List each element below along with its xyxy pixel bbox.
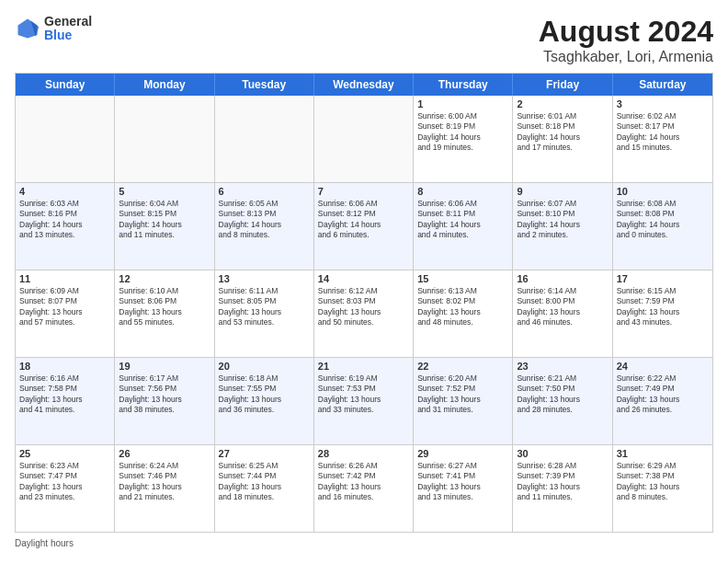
day-info: Sunrise: 6:06 AM Sunset: 8:12 PM Dayligh… — [318, 199, 409, 241]
day-number: 29 — [417, 448, 508, 459]
day-info: Sunrise: 6:07 AM Sunset: 8:10 PM Dayligh… — [517, 199, 608, 241]
day-info: Sunrise: 6:13 AM Sunset: 8:02 PM Dayligh… — [417, 286, 508, 328]
day-info: Sunrise: 6:22 AM Sunset: 7:49 PM Dayligh… — [617, 373, 709, 416]
day-info: Sunrise: 6:10 AM Sunset: 8:06 PM Dayligh… — [119, 286, 210, 328]
day-header-wednesday: Wednesday — [314, 74, 414, 96]
footer-note: Daylight hours — [15, 538, 713, 548]
logo-text: General Blue — [44, 15, 92, 43]
logo: General Blue — [15, 15, 92, 43]
day-number: 10 — [617, 186, 709, 197]
subtitle: Tsaghkaber, Lori, Armenia — [539, 49, 713, 65]
day-number: 30 — [517, 448, 608, 459]
day-cell: 28Sunrise: 6:26 AM Sunset: 7:42 PM Dayli… — [314, 445, 414, 532]
day-cell — [314, 96, 414, 182]
day-info: Sunrise: 6:28 AM Sunset: 7:39 PM Dayligh… — [517, 461, 608, 503]
logo-blue: Blue — [44, 29, 92, 42]
day-cell: 23Sunrise: 6:21 AM Sunset: 7:50 PM Dayli… — [513, 358, 612, 444]
day-number: 18 — [19, 361, 110, 372]
logo-icon — [15, 16, 40, 41]
day-number: 4 — [19, 186, 110, 197]
day-cell: 20Sunrise: 6:18 AM Sunset: 7:55 PM Dayli… — [215, 358, 314, 444]
day-cell: 11Sunrise: 6:09 AM Sunset: 8:07 PM Dayli… — [16, 270, 115, 357]
day-cell: 19Sunrise: 6:17 AM Sunset: 7:56 PM Dayli… — [115, 358, 214, 444]
day-info: Sunrise: 6:20 AM Sunset: 7:52 PM Dayligh… — [417, 373, 508, 416]
day-header-tuesday: Tuesday — [215, 74, 314, 96]
day-cell: 12Sunrise: 6:10 AM Sunset: 8:06 PM Dayli… — [115, 270, 214, 357]
day-info: Sunrise: 6:11 AM Sunset: 8:05 PM Dayligh… — [219, 286, 310, 328]
day-cell: 1Sunrise: 6:00 AM Sunset: 8:19 PM Daylig… — [414, 96, 513, 182]
day-info: Sunrise: 6:25 AM Sunset: 7:44 PM Dayligh… — [219, 461, 310, 503]
week-row-4: 18Sunrise: 6:16 AM Sunset: 7:58 PM Dayli… — [16, 358, 712, 445]
day-cell: 24Sunrise: 6:22 AM Sunset: 7:49 PM Dayli… — [613, 358, 712, 444]
day-cell: 8Sunrise: 6:06 AM Sunset: 8:11 PM Daylig… — [414, 183, 513, 270]
day-info: Sunrise: 6:09 AM Sunset: 8:07 PM Dayligh… — [19, 286, 110, 328]
day-number: 24 — [617, 361, 709, 372]
day-cell: 22Sunrise: 6:20 AM Sunset: 7:52 PM Dayli… — [414, 358, 513, 444]
day-info: Sunrise: 6:26 AM Sunset: 7:42 PM Dayligh… — [318, 461, 409, 503]
day-header-monday: Monday — [115, 74, 214, 96]
day-info: Sunrise: 6:18 AM Sunset: 7:55 PM Dayligh… — [219, 373, 310, 416]
day-number: 8 — [417, 186, 508, 197]
day-number: 22 — [417, 361, 508, 372]
day-number: 11 — [19, 273, 110, 284]
day-number: 21 — [318, 361, 409, 372]
day-cell: 17Sunrise: 6:15 AM Sunset: 7:59 PM Dayli… — [613, 270, 712, 357]
day-info: Sunrise: 6:29 AM Sunset: 7:38 PM Dayligh… — [617, 461, 709, 503]
day-cell — [115, 96, 214, 182]
day-header-saturday: Saturday — [613, 74, 712, 96]
main-title: August 2024 — [539, 15, 713, 49]
day-cell: 2Sunrise: 6:01 AM Sunset: 8:18 PM Daylig… — [513, 96, 612, 182]
day-info: Sunrise: 6:24 AM Sunset: 7:46 PM Dayligh… — [119, 461, 210, 503]
day-cell: 15Sunrise: 6:13 AM Sunset: 8:02 PM Dayli… — [414, 270, 513, 357]
day-info: Sunrise: 6:16 AM Sunset: 7:58 PM Dayligh… — [19, 373, 110, 416]
day-info: Sunrise: 6:04 AM Sunset: 8:15 PM Dayligh… — [119, 199, 210, 241]
day-info: Sunrise: 6:19 AM Sunset: 7:53 PM Dayligh… — [318, 373, 409, 416]
day-number: 9 — [517, 186, 608, 197]
day-number: 6 — [219, 186, 310, 197]
day-info: Sunrise: 6:02 AM Sunset: 8:17 PM Dayligh… — [617, 111, 709, 154]
day-info: Sunrise: 6:14 AM Sunset: 8:00 PM Dayligh… — [517, 286, 608, 328]
day-number: 28 — [318, 448, 409, 459]
day-number: 14 — [318, 273, 409, 284]
day-header-thursday: Thursday — [414, 74, 513, 96]
page: General Blue August 2024 Tsaghkaber, Lor… — [0, 0, 728, 563]
day-cell: 10Sunrise: 6:08 AM Sunset: 8:08 PM Dayli… — [613, 183, 712, 270]
day-number: 23 — [517, 361, 608, 372]
day-number: 31 — [617, 448, 709, 459]
day-info: Sunrise: 6:12 AM Sunset: 8:03 PM Dayligh… — [318, 286, 409, 328]
day-info: Sunrise: 6:06 AM Sunset: 8:11 PM Dayligh… — [417, 199, 508, 241]
day-cell — [215, 96, 314, 182]
day-cell: 14Sunrise: 6:12 AM Sunset: 8:03 PM Dayli… — [314, 270, 414, 357]
day-number: 20 — [219, 361, 310, 372]
day-info: Sunrise: 6:17 AM Sunset: 7:56 PM Dayligh… — [119, 373, 210, 416]
day-cell — [16, 96, 115, 182]
day-info: Sunrise: 6:03 AM Sunset: 8:16 PM Dayligh… — [19, 199, 110, 241]
day-number: 7 — [318, 186, 409, 197]
calendar: SundayMondayTuesdayWednesdayThursdayFrid… — [15, 73, 713, 533]
daylight-label: Daylight hours — [15, 538, 74, 548]
day-cell: 4Sunrise: 6:03 AM Sunset: 8:16 PM Daylig… — [16, 183, 115, 270]
day-cell: 21Sunrise: 6:19 AM Sunset: 7:53 PM Dayli… — [314, 358, 414, 444]
day-info: Sunrise: 6:01 AM Sunset: 8:18 PM Dayligh… — [517, 111, 608, 154]
day-info: Sunrise: 6:05 AM Sunset: 8:13 PM Dayligh… — [219, 199, 310, 241]
day-header-friday: Friday — [513, 74, 612, 96]
day-cell: 18Sunrise: 6:16 AM Sunset: 7:58 PM Dayli… — [16, 358, 115, 444]
week-row-1: 1Sunrise: 6:00 AM Sunset: 8:19 PM Daylig… — [16, 96, 712, 183]
day-cell: 27Sunrise: 6:25 AM Sunset: 7:44 PM Dayli… — [215, 445, 314, 532]
day-cell: 31Sunrise: 6:29 AM Sunset: 7:38 PM Dayli… — [613, 445, 712, 532]
day-headers: SundayMondayTuesdayWednesdayThursdayFrid… — [16, 74, 712, 96]
weeks: 1Sunrise: 6:00 AM Sunset: 8:19 PM Daylig… — [16, 96, 712, 532]
day-number: 19 — [119, 361, 210, 372]
logo-general: General — [44, 15, 92, 29]
title-block: August 2024 Tsaghkaber, Lori, Armenia — [539, 15, 713, 65]
week-row-5: 25Sunrise: 6:23 AM Sunset: 7:47 PM Dayli… — [16, 445, 712, 532]
day-info: Sunrise: 6:08 AM Sunset: 8:08 PM Dayligh… — [617, 199, 709, 241]
day-cell: 30Sunrise: 6:28 AM Sunset: 7:39 PM Dayli… — [513, 445, 612, 532]
day-number: 17 — [617, 273, 709, 284]
header: General Blue August 2024 Tsaghkaber, Lor… — [15, 15, 713, 65]
day-cell: 9Sunrise: 6:07 AM Sunset: 8:10 PM Daylig… — [513, 183, 612, 270]
day-number: 15 — [417, 273, 508, 284]
week-row-2: 4Sunrise: 6:03 AM Sunset: 8:16 PM Daylig… — [16, 183, 712, 270]
day-number: 26 — [119, 448, 210, 459]
day-info: Sunrise: 6:21 AM Sunset: 7:50 PM Dayligh… — [517, 373, 608, 416]
